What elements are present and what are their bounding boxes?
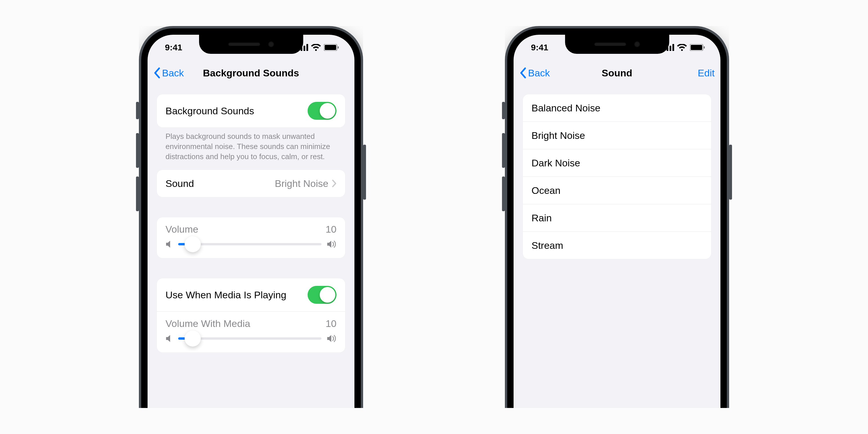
speaker-high-icon (327, 335, 337, 343)
wifi-icon (311, 44, 321, 51)
group-master-toggle: Background Sounds (157, 94, 345, 127)
row-media-toggle[interactable]: Use When Media Is Playing (157, 278, 345, 311)
speaker-low-icon (165, 335, 173, 343)
back-label: Back (162, 67, 184, 79)
phone-background-sounds: 9:41 Back Background Sounds (139, 26, 363, 408)
media-toggle-label: Use When Media Is Playing (165, 289, 286, 301)
sound-option-label: Stream (531, 240, 563, 251)
sound-option-label: Balanced Noise (531, 102, 600, 114)
svg-rect-5 (324, 45, 336, 50)
sound-option[interactable]: Stream (523, 231, 711, 259)
sound-option[interactable]: Balanced Noise (523, 94, 711, 122)
use-with-media-toggle[interactable] (308, 286, 337, 304)
slider-thumb[interactable] (185, 236, 201, 252)
row-volume: Volume 10 (157, 217, 345, 258)
row-background-sounds-toggle[interactable]: Background Sounds (157, 94, 345, 127)
notch (565, 35, 669, 54)
sound-option-label: Ocean (531, 185, 560, 196)
nav-bar: Back Sound Edit (514, 60, 720, 86)
chevron-right-icon (332, 179, 337, 187)
media-volume-value: 10 (326, 318, 337, 329)
group-media: Use When Media Is Playing Volume With Me… (157, 278, 345, 352)
volume-down-button[interactable] (502, 177, 505, 211)
nav-bar: Back Background Sounds (148, 60, 354, 86)
group-volume: Volume 10 (157, 217, 345, 258)
chevron-left-icon (519, 67, 526, 79)
svg-rect-13 (704, 46, 705, 49)
slider-thumb[interactable] (185, 331, 201, 347)
sound-option-label: Dark Noise (531, 157, 580, 169)
settings-content[interactable]: Background Sounds Plays background sound… (148, 86, 354, 408)
wifi-icon (677, 44, 687, 51)
sound-option[interactable]: Ocean (523, 177, 711, 204)
battery-icon (690, 44, 705, 51)
sound-option[interactable]: Dark Noise (523, 149, 711, 177)
row-media-volume: Volume With Media 10 (157, 311, 345, 352)
volume-down-button[interactable] (136, 177, 139, 211)
settings-content[interactable]: Balanced NoiseBright NoiseDark NoiseOcea… (514, 86, 720, 408)
svg-rect-3 (306, 44, 308, 51)
status-time: 9:41 (531, 42, 548, 52)
speaker-high-icon (327, 240, 337, 248)
notch (199, 35, 303, 54)
volume-up-button[interactable] (502, 133, 505, 168)
svg-rect-12 (691, 45, 702, 50)
svg-rect-6 (338, 46, 339, 49)
group-sound: Sound Bright Noise (157, 170, 345, 197)
svg-rect-10 (673, 44, 674, 51)
back-button[interactable]: Back (519, 67, 550, 79)
media-volume-label: Volume With Media (165, 318, 250, 329)
group-sound-options: Balanced NoiseBright NoiseDark NoiseOcea… (523, 94, 711, 259)
power-button[interactable] (729, 145, 732, 199)
sound-option[interactable]: Rain (523, 204, 711, 231)
speaker-low-icon (165, 240, 173, 248)
back-label: Back (528, 67, 550, 79)
row-sound[interactable]: Sound Bright Noise (157, 170, 345, 197)
edit-button[interactable]: Edit (698, 67, 715, 79)
volume-up-button[interactable] (136, 133, 139, 168)
svg-rect-2 (304, 46, 305, 51)
battery-icon (324, 44, 339, 51)
background-sounds-toggle[interactable] (308, 102, 337, 120)
volume-slider[interactable] (178, 243, 321, 245)
volume-label: Volume (165, 224, 198, 235)
group-footer-text: Plays background sounds to mask unwanted… (157, 127, 345, 162)
sound-option-label: Bright Noise (531, 130, 585, 141)
volume-value: 10 (326, 224, 337, 235)
sound-label: Sound (165, 178, 194, 189)
sound-option[interactable]: Bright Noise (523, 122, 711, 149)
toggle-label: Background Sounds (165, 105, 254, 117)
svg-rect-9 (670, 46, 671, 51)
back-button[interactable]: Back (153, 67, 184, 79)
mute-switch[interactable] (502, 102, 505, 119)
phone-sound-picker: 9:41 Back Sound Edit (505, 26, 729, 408)
power-button[interactable] (363, 145, 366, 199)
status-time: 9:41 (165, 42, 182, 52)
chevron-left-icon (153, 67, 160, 79)
sound-option-label: Rain (531, 212, 552, 224)
sound-value: Bright Noise (275, 178, 329, 189)
media-volume-slider[interactable] (178, 337, 321, 340)
mute-switch[interactable] (136, 102, 139, 119)
